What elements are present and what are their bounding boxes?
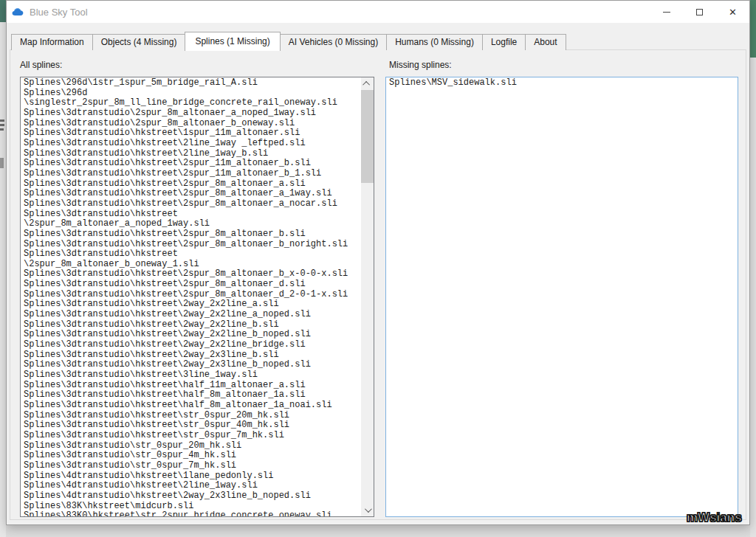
spline-list-item[interactable]: Splines\3dtranstudio\hkstreet\2spur_8m_a… <box>21 189 361 199</box>
cloud-icon <box>12 6 24 18</box>
background-window-sliver <box>0 0 6 537</box>
tab[interactable]: Humans (0 Missing) <box>386 34 483 50</box>
missing-spline-list-item[interactable]: Splines\MSV_sidewalk.sli <box>386 78 738 89</box>
spline-list-item[interactable]: Splines\3dtranstudio\hkstreet\2line_1way… <box>21 149 361 159</box>
background-green-accent-right <box>750 0 756 58</box>
background-fragment <box>0 128 4 131</box>
spline-list-item[interactable]: Splines\3dtranstudio\hkstreet\half_11m_a… <box>21 381 361 391</box>
spline-list-item[interactable]: Splines\3dtranstudio\str_0spur_20m_hk.sl… <box>21 441 361 451</box>
window-controls: ✕ <box>650 1 749 23</box>
maximize-icon <box>696 9 703 15</box>
spline-list-item[interactable]: Splines\296d\1str_1spur_5m_bridge_rail_A… <box>21 78 361 89</box>
spline-list-item[interactable]: Splines\3dtranstudio\hkstreet\2line_1way… <box>21 139 361 149</box>
spline-list-item[interactable]: Splines\3dtranstudio\hkstreet <box>21 209 361 220</box>
spline-list-item[interactable]: Splines\3dtranstudio\hkstreet\2spur_8m_a… <box>21 269 361 280</box>
spline-list-item[interactable]: Splines\3dtranstudio\hkstreet\2way_2x2li… <box>21 320 361 330</box>
missing-splines-label: Missing splines: <box>389 60 452 70</box>
background-fragment <box>0 124 4 126</box>
spline-list-item[interactable]: Splines\3dtranstudio\hkstreet\str_0spur_… <box>21 420 361 431</box>
spline-list-item[interactable]: Splines\3dtranstudio\hkstreet\2spur_8m_a… <box>21 280 361 290</box>
spline-list-item[interactable]: Splines\4dtranstudio\hkstreet\1lane_pedo… <box>21 471 361 482</box>
title-bar: Blue Sky Tool ✕ <box>7 1 749 23</box>
spline-list-item[interactable]: Splines\3dtranstudio\hkstreet\str_0spur_… <box>21 411 361 421</box>
spline-list-item[interactable]: Splines\3dtranstudio\hkstreet\2spur_8m_a… <box>21 179 361 190</box>
tab[interactable]: Splines (1 Missing) <box>185 32 280 51</box>
spline-list-item[interactable]: Splines\4dtranstudio\hkstreet\2way_2x3li… <box>21 491 361 502</box>
spline-list-item[interactable]: Splines\3dtranstudio\hkstreet\2spur_8m_a… <box>21 229 361 240</box>
spline-list-item[interactable]: Splines\3dtranstudio\hkstreet\half_8m_al… <box>21 401 361 411</box>
spline-list-item[interactable]: Splines\3dtranstudio\hkstreet\2spur_11m_… <box>21 159 361 169</box>
spline-list-item[interactable]: Splines\3dtranstudio\hkstreet\2way_2x2li… <box>21 310 361 320</box>
background-window-sliver <box>750 0 756 537</box>
tab[interactable]: Map Information <box>11 34 93 50</box>
vertical-scrollbar[interactable] <box>361 77 374 516</box>
spline-list-item[interactable]: Splines\3dtranstudio\hkstreet\2way_2x2li… <box>21 340 361 350</box>
background-fragment <box>0 158 4 168</box>
spline-list-item[interactable]: Splines\3dtranstudio\hkstreet <box>21 249 361 260</box>
spline-list-item[interactable]: Splines\3dtranstudio\2spur_8m_altonaer_a… <box>21 108 361 119</box>
tab[interactable]: Logfile <box>482 34 526 50</box>
chevron-up-icon <box>362 81 370 89</box>
tab[interactable]: About <box>525 34 566 50</box>
app-window: Blue Sky Tool ✕ Map InformationObjects (… <box>6 0 750 525</box>
scroll-up-button[interactable] <box>361 77 374 90</box>
spline-list-item[interactable]: Splines\83K0\hkstreet\str_2spur_bridge_c… <box>21 511 361 516</box>
spline-list-item[interactable]: Splines\3dtranstudio\hkstreet\2spur_8m_a… <box>21 199 361 209</box>
spline-list-item[interactable]: Splines\3dtranstudio\hkstreet\2spur_8m_a… <box>21 240 361 250</box>
tab[interactable]: AI Vehicles (0 Missing) <box>280 34 387 50</box>
spline-list-item[interactable]: \singlestr_2spur_8m_ll_line_bridge_concr… <box>21 98 361 108</box>
all-splines-list: Splines\296d\1str_1spur_5m_bridge_rail_A… <box>21 78 361 516</box>
chevron-down-icon <box>365 505 372 513</box>
spline-list-item[interactable]: Splines\4dtranstudio\hkstreet\2line_1way… <box>21 481 361 491</box>
spline-list-item[interactable]: Splines\3dtranstudio\str_0spur_7m_hk.sli <box>21 461 361 471</box>
watermark: mWsians <box>687 510 742 525</box>
tab-strip: Map InformationObjects (4 Missing)Spline… <box>11 31 566 50</box>
spline-list-item[interactable]: Splines\3dtranstudio\hkstreet\2way_2x3li… <box>21 350 361 361</box>
spline-list-item[interactable]: Splines\3dtranstudio\hkstreet\2way_2x3li… <box>21 360 361 370</box>
all-splines-label: All splines: <box>20 60 62 70</box>
spline-list-item[interactable]: Splines\3dtranstudio\hkstreet\2way_2x2li… <box>21 299 361 310</box>
spline-list-item[interactable]: Splines\3dtranstudio\2spur_8m_altonaer_b… <box>21 119 361 129</box>
spline-list-item[interactable]: Splines\296d <box>21 89 361 99</box>
missing-splines-list: Splines\MSV_sidewalk.sli <box>386 78 738 516</box>
spline-list-item[interactable]: Splines\83K\hkstreet\midcurb.sli <box>21 502 361 512</box>
background-green-accent-left <box>0 0 6 22</box>
close-button[interactable]: ✕ <box>716 1 749 23</box>
splines-tab-page: All splines: Missing splines: Splines\29… <box>10 49 746 520</box>
all-splines-listbox[interactable]: Splines\296d\1str_1spur_5m_bridge_rail_A… <box>20 77 374 517</box>
minimize-button[interactable] <box>650 1 683 23</box>
spline-list-item[interactable]: Splines\3dtranstudio\hkstreet\3line_1way… <box>21 370 361 381</box>
tab[interactable]: Objects (4 Missing) <box>92 34 186 50</box>
maximize-button[interactable] <box>683 1 716 23</box>
spline-list-item[interactable]: Splines\3dtranstudio\hkstreet\2spur_11m_… <box>21 169 361 179</box>
scrollbar-thumb[interactable] <box>361 90 374 183</box>
spline-list-item[interactable]: \2spur_8m_altonaer_a_noped_1way.sli <box>21 219 361 229</box>
missing-splines-listbox[interactable]: Splines\MSV_sidewalk.sli <box>385 77 738 517</box>
minimize-icon <box>663 12 670 13</box>
spline-list-item[interactable]: Splines\3dtranstudio\hkstreet\half_8m_al… <box>21 390 361 401</box>
close-icon: ✕ <box>729 7 737 17</box>
background-fragment <box>0 119 4 122</box>
scroll-down-button[interactable] <box>361 504 374 516</box>
spline-list-item[interactable]: Splines\3dtranstudio\hkstreet\2spur_8m_a… <box>21 290 361 300</box>
spline-list-item[interactable]: Splines\3dtranstudio\hkstreet\1spur_11m_… <box>21 128 361 139</box>
spline-list-item[interactable]: Splines\3dtranstudio\str_0spur_4m_hk.sli <box>21 451 361 461</box>
spline-list-item[interactable]: Splines\3dtranstudio\hkstreet\2way_2x2li… <box>21 330 361 340</box>
window-title: Blue Sky Tool <box>30 7 88 18</box>
spline-list-item[interactable]: \2spur_8m_altonaer_b_oneway_1.sli <box>21 260 361 270</box>
spline-list-item[interactable]: Splines\3dtranstudio\hkstreet\str_0spur_… <box>21 431 361 441</box>
